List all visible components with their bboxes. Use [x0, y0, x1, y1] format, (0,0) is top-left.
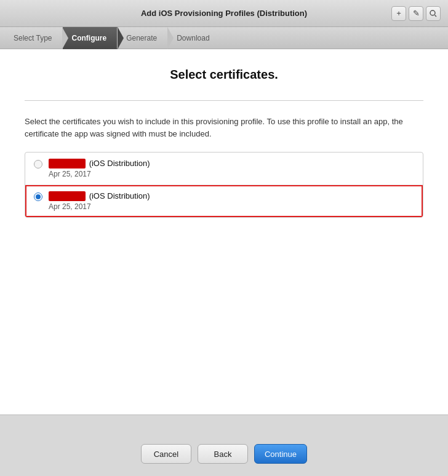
title-bar-actions: + ✎ [391, 6, 441, 21]
bottom-bar: Cancel Back Continue [0, 415, 448, 476]
cert-2-info: ██████ (iOS Distribution) Apr 25, 2017 [49, 191, 150, 211]
edit-button[interactable]: ✎ [409, 6, 423, 21]
step-select-type[interactable]: Select Type [5, 27, 63, 49]
cert-2-redacted: ██████ [49, 191, 86, 201]
svg-line-1 [435, 15, 437, 17]
step-download-label: Download [177, 34, 209, 42]
cert-2-suffix: (iOS Distribution) [89, 191, 150, 200]
step-configure-label: Configure [71, 34, 106, 42]
cert-1-suffix: (iOS Distribution) [89, 159, 150, 168]
cert-1-date: Apr 25, 2017 [49, 170, 150, 178]
step-generate-label: Generate [126, 34, 157, 42]
cancel-button[interactable]: Cancel [141, 444, 191, 464]
window-title: Add iOS Provisioning Profiles (Distribut… [57, 9, 391, 18]
certificate-item-2[interactable]: ██████ (iOS Distribution) Apr 25, 2017 [25, 185, 423, 217]
cert-1-redacted: ██████ [49, 159, 86, 169]
cert-1-radio[interactable] [34, 160, 42, 169]
title-bar: Add iOS Provisioning Profiles (Distribut… [0, 0, 448, 27]
cert-1-info: ██████ (iOS Distribution) Apr 25, 2017 [49, 159, 150, 178]
back-button[interactable]: Back [198, 444, 248, 464]
step-generate[interactable]: Generate [118, 27, 168, 49]
main-content: Select certificates. Select the certific… [0, 49, 448, 415]
steps-bar: Select Type Configure Generate Download [0, 27, 448, 49]
step-configure[interactable]: Configure [63, 27, 118, 49]
search-button[interactable] [426, 6, 441, 21]
certificate-list: ██████ (iOS Distribution) Apr 25, 2017 █… [25, 152, 423, 218]
section-title: Select certificates. [25, 68, 423, 82]
continue-button[interactable]: Continue [254, 444, 307, 464]
svg-point-0 [430, 10, 435, 15]
step-download[interactable]: Download [168, 27, 220, 49]
add-button[interactable]: + [391, 6, 406, 21]
description-text: Select the certificates you wish to incl… [25, 116, 423, 140]
divider [25, 100, 423, 101]
cert-1-name: ██████ (iOS Distribution) [49, 159, 150, 169]
certificate-item-1[interactable]: ██████ (iOS Distribution) Apr 25, 2017 [25, 153, 423, 185]
cert-2-name: ██████ (iOS Distribution) [49, 191, 150, 201]
cert-2-radio[interactable] [34, 192, 42, 201]
search-icon [430, 10, 437, 17]
step-select-type-label: Select Type [14, 34, 52, 42]
cert-2-date: Apr 25, 2017 [49, 202, 150, 211]
